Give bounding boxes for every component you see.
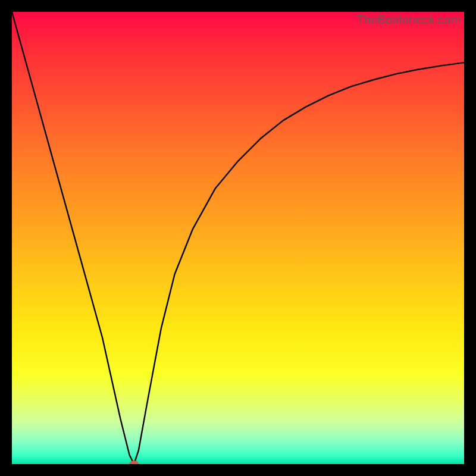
bottleneck-curve bbox=[12, 12, 464, 464]
watermark-text: TheBottleneck.com bbox=[356, 13, 461, 27]
chart-frame: TheBottleneck.com bbox=[0, 0, 476, 476]
chart-overlay bbox=[12, 12, 464, 464]
min-point-marker bbox=[129, 461, 139, 464]
plot-area: TheBottleneck.com bbox=[12, 12, 464, 464]
